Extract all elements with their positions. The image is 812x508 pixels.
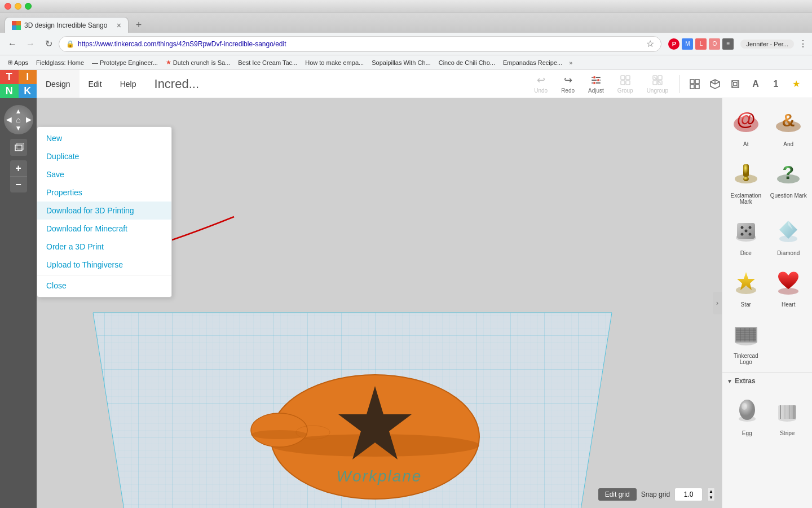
svg-rect-7 — [626, 76, 630, 80]
shape-at[interactable]: @ At — [725, 100, 767, 152]
tinkercad-navbar: T I N K Design Edit Help Incred... ↩ Und… — [0, 70, 812, 98]
adjust-button[interactable]: Adjust — [584, 72, 608, 96]
undo-label: Undo — [534, 87, 548, 94]
forward-button[interactable]: → — [23, 36, 38, 52]
tinkercad-logo[interactable]: T I N K — [0, 70, 37, 98]
back-button[interactable]: ← — [5, 36, 20, 52]
minimize-window-button[interactable] — [15, 3, 21, 10]
ext-3[interactable]: L — [695, 38, 707, 50]
number-view-button[interactable]: 1 — [767, 75, 785, 93]
shape-star[interactable]: Star — [725, 261, 767, 312]
bookmark-apps[interactable]: ⊞ Apps — [5, 58, 32, 67]
bookmark-empanadas2[interactable]: Empanadas Recipe... — [500, 58, 566, 67]
zoom-in-button[interactable]: + — [10, 160, 27, 176]
menu-order-print[interactable]: Order a 3D Print — [37, 238, 171, 256]
svg-line-22 — [715, 82, 720, 84]
text-view-button[interactable]: A — [747, 75, 765, 93]
snap-grid-input[interactable] — [674, 488, 703, 501]
url-text: https://www.tinkercad.com/things/42nS9Rp… — [78, 40, 644, 48]
bookmark-empanada[interactable]: How to make empa... — [302, 58, 367, 67]
close-window-button[interactable] — [5, 3, 11, 10]
bookmark-fieldglass[interactable]: Fieldglass: Home — [33, 58, 87, 67]
logo-i: I — [19, 70, 37, 84]
help-menu-button[interactable]: Help — [111, 70, 145, 98]
redo-button[interactable]: ↪ Redo — [557, 72, 579, 96]
snap-decrease-button[interactable]: ▼ — [708, 494, 714, 501]
favorites-button[interactable]: ★ — [787, 75, 805, 93]
bookmark-prototype[interactable]: — Prototype Engineer... — [89, 58, 161, 67]
shape-exclamation[interactable]: Exclamation Mark — [725, 152, 767, 209]
diamond-shape-label: Diamond — [777, 250, 800, 256]
svg-point-1 — [593, 76, 595, 79]
shape-question[interactable]: ? Question Mark — [767, 152, 810, 209]
nav-left-arrow: ◀ — [6, 116, 11, 124]
perspective-toggle[interactable] — [10, 139, 27, 156]
logo-n: N — [0, 84, 19, 98]
ext-2[interactable]: M — [682, 38, 693, 50]
shape-diamond[interactable]: Diamond — [767, 209, 810, 261]
menu-close[interactable]: Close — [37, 277, 171, 295]
svg-rect-18 — [695, 85, 699, 89]
shape-egg[interactable]: Egg — [727, 389, 767, 441]
svg-rect-43 — [743, 164, 749, 177]
zoom-out-button[interactable]: − — [10, 177, 27, 192]
maximize-window-button[interactable] — [25, 3, 32, 10]
snap-grid-stepper[interactable]: ▲ ▼ — [707, 488, 715, 501]
user-profile-button[interactable]: Jennifer - Per... — [740, 40, 794, 49]
design-menu-button[interactable]: Design — [37, 70, 80, 98]
edit-menu-button[interactable]: Edit — [80, 70, 111, 98]
perspective-icon — [730, 78, 741, 90]
menu-download-3d[interactable]: Download for 3D Printing — [37, 202, 171, 220]
pinterest-ext[interactable]: P — [668, 38, 679, 50]
active-tab[interactable]: 3D design Incredible Sango × — [5, 17, 129, 33]
nav-right-arrow: ▶ — [26, 116, 31, 124]
menu-properties[interactable]: Properties — [37, 183, 171, 202]
shape-stripe[interactable]: Stripe — [767, 389, 808, 441]
right-panel-toggle[interactable]: › — [713, 292, 722, 314]
and-shape-thumb: & — [771, 105, 805, 139]
dice-shape-thumb — [729, 214, 763, 248]
menu-new[interactable]: New — [37, 129, 171, 147]
menu-upload-thingiverse[interactable]: Upload to Thingiverse — [37, 256, 171, 274]
svg-point-73 — [739, 400, 755, 420]
perspective-view-button[interactable] — [726, 75, 744, 93]
extras-toggle[interactable]: ▼ Extras — [725, 375, 810, 387]
reload-button[interactable]: ↻ — [41, 36, 56, 52]
group-button[interactable]: Group — [613, 72, 638, 96]
ext-5[interactable]: ≡ — [722, 38, 734, 50]
shape-heart[interactable]: Heart — [767, 261, 810, 312]
ext-4[interactable]: O — [709, 38, 720, 50]
group-label: Group — [617, 87, 633, 94]
shape-and[interactable]: & And — [767, 100, 810, 152]
bookmark-sopaipillas[interactable]: Sopaipillas With Ch... — [368, 58, 434, 67]
bookmark-fieldglass-label: Fieldglass: Home — [36, 59, 84, 66]
undo-button[interactable]: ↩ Undo — [529, 72, 552, 96]
chrome-menu-button[interactable]: ⋮ — [798, 38, 807, 49]
shape-tklogo[interactable]: Tinkercad Logo — [725, 312, 767, 370]
svg-point-5 — [593, 82, 595, 85]
ungroup-button[interactable]: Ungroup — [642, 72, 673, 96]
bookmark-star-icon[interactable]: ☆ — [646, 38, 654, 49]
menu-download-minecraft[interactable]: Download for Minecraft — [37, 220, 171, 238]
3d-box-view-button[interactable] — [706, 75, 724, 93]
tklogo-shape-label: Tinkercad Logo — [727, 353, 765, 365]
bookmark-more[interactable]: » — [569, 59, 572, 66]
bookmark-dutch[interactable]: ★ Dutch crunch is Sa... — [162, 58, 234, 67]
at-shape-thumb: @ — [729, 105, 763, 139]
new-tab-button[interactable]: + — [131, 17, 147, 33]
bookmark-icecream[interactable]: Best Ice Cream Tac... — [235, 58, 301, 67]
grid-view-button[interactable] — [686, 75, 704, 93]
menu-save[interactable]: Save — [37, 165, 171, 183]
svg-rect-6 — [621, 76, 625, 80]
question-shape-thumb: ? — [771, 156, 805, 190]
snap-increase-button[interactable]: ▲ — [708, 488, 714, 494]
extension-buttons: P M L O ≡ — [668, 38, 734, 50]
view-icons: A 1 ★ — [679, 75, 805, 93]
bookmark-cinco[interactable]: Cinco de Chili Cho... — [435, 58, 498, 67]
navigation-control[interactable]: ▲ ▼ ◀ ▶ ⌂ — [4, 105, 33, 134]
shape-dice[interactable]: Dice — [725, 209, 767, 261]
tab-close-button[interactable]: × — [117, 21, 121, 30]
edit-grid-button[interactable]: Edit grid — [598, 488, 637, 501]
address-input[interactable]: 🔒 https://www.tinkercad.com/things/42nS9… — [59, 36, 661, 52]
menu-duplicate[interactable]: Duplicate — [37, 147, 171, 165]
